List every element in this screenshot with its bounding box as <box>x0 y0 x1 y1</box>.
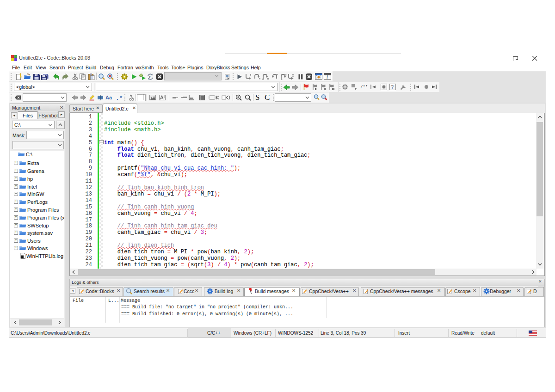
svg-text:z: z <box>149 75 151 79</box>
svg-text:?: ? <box>391 85 394 90</box>
svg-text:Aa: Aa <box>105 95 112 100</box>
svg-text:i: i <box>327 74 328 80</box>
svg-text:.*: .* <box>116 95 123 101</box>
